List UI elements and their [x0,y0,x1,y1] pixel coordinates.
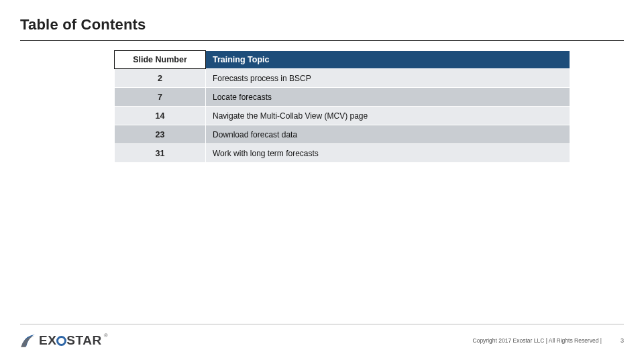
cell-topic: Navigate the Multi-Collab View (MCV) pag… [206,107,570,125]
logo-text-left: EX [39,333,56,347]
cell-topic: Download forecast data [206,125,570,144]
svg-point-0 [58,337,66,345]
logo-o-icon [56,333,66,348]
col-header-topic: Training Topic [206,51,570,69]
logo-text: EXSTAR [39,333,102,348]
cell-slide: 7 [115,88,206,107]
cell-topic: Locate forecasts [206,88,570,107]
logo-text-right: STAR [66,333,101,347]
exostar-logo: EXSTAR ® [20,333,107,348]
logo-registered-icon: ® [104,333,108,339]
cell-topic: Work with long term forecasts [206,144,570,163]
table-header-row: Slide Number Training Topic [115,51,570,69]
cell-slide: 23 [115,125,206,144]
col-header-slide: Slide Number [115,51,206,69]
title-divider [20,40,624,41]
page-title: Table of Contents [20,16,624,34]
table-row: 2 Forecasts process in BSCP [115,69,570,88]
logo-swoosh-icon [20,333,36,348]
copyright-group: Copyright 2017 Exostar LLC | All Rights … [473,337,624,344]
cell-topic: Forecasts process in BSCP [206,69,570,88]
table-row: 23 Download forecast data [115,125,570,144]
toc-table-container: Slide Number Training Topic 2 Forecasts … [0,50,644,163]
cell-slide: 31 [115,144,206,163]
table-row: 7 Locate forecasts [115,88,570,107]
table-row: 31 Work with long term forecasts [115,144,570,163]
toc-table: Slide Number Training Topic 2 Forecasts … [114,50,570,163]
cell-slide: 2 [115,69,206,88]
footer: EXSTAR ® Copyright 2017 Exostar LLC | Al… [20,330,624,351]
copyright-text: Copyright 2017 Exostar LLC | All Rights … [473,337,602,344]
cell-slide: 14 [115,107,206,125]
page-number: 3 [621,337,624,344]
footer-divider [20,324,624,324]
table-row: 14 Navigate the Multi-Collab View (MCV) … [115,107,570,125]
